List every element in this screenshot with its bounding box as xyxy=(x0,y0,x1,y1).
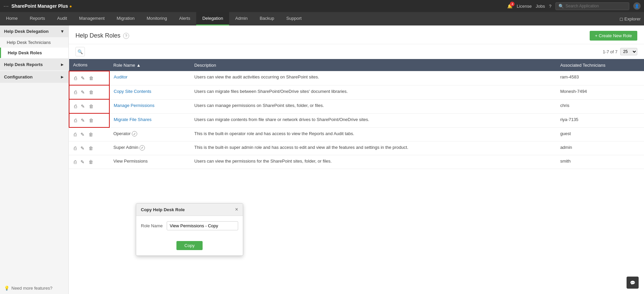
app-logo: SharePoint Manager Plus ● xyxy=(11,3,72,9)
nav-backup[interactable]: Backup xyxy=(254,12,280,25)
role-name-link[interactable]: Manage Permissions xyxy=(114,103,154,108)
edit-icon[interactable]: ✎ xyxy=(80,117,86,124)
delete-icon[interactable]: 🗑 xyxy=(88,117,94,124)
navbar-right: ◻ Explorer xyxy=(620,12,644,25)
copy-icon[interactable]: ⎙ xyxy=(73,117,77,124)
per-page-select[interactable]: 25 50 100 xyxy=(620,48,637,55)
delete-icon[interactable]: 🗑 xyxy=(88,145,94,152)
check-icon: ✓ xyxy=(132,131,137,136)
description-cell: Users can migrate contents from file sha… xyxy=(190,113,556,127)
nav-delegation[interactable]: Delegation xyxy=(196,12,229,25)
layout: Help Desk Delegation ▼ Help Desk Technic… xyxy=(0,25,644,294)
topbar-right: 🔔 4 License Jobs ? 🔍 👤 xyxy=(507,2,641,10)
actions-cell: ⎙ ✎ 🗑 xyxy=(69,99,109,113)
delete-icon[interactable]: 🗑 xyxy=(88,75,94,81)
role-name-text: Super Admin xyxy=(113,145,140,150)
action-icons: ⎙ ✎ 🗑 xyxy=(73,103,105,110)
help-link[interactable]: ? xyxy=(549,4,551,9)
modal-header: Copy Help Desk Role × xyxy=(136,203,243,216)
nav-monitoring[interactable]: Monitoring xyxy=(141,12,173,25)
edit-icon[interactable]: ✎ xyxy=(80,145,85,152)
sidebar-section-title: Help Desk Delegation xyxy=(4,29,49,34)
role-name-link[interactable]: Migrate File Shares xyxy=(114,117,152,122)
delete-icon[interactable]: 🗑 xyxy=(88,131,94,138)
notification-bell[interactable]: 🔔 4 xyxy=(507,4,513,9)
copy-icon[interactable]: ⎙ xyxy=(73,159,77,165)
explorer-label: Explorer xyxy=(625,16,641,21)
technicians-cell: riya-7135 xyxy=(556,113,644,127)
copy-icon[interactable]: ⎙ xyxy=(73,75,77,81)
modal-copy-button[interactable]: Copy xyxy=(176,241,203,250)
search-icon: 🔍 xyxy=(558,4,564,9)
help-icon[interactable]: ? xyxy=(123,33,129,39)
delete-icon[interactable]: 🗑 xyxy=(88,103,94,110)
sidebar-section-configuration[interactable]: Configuration ► xyxy=(0,71,68,83)
nav-admin[interactable]: Admin xyxy=(229,12,254,25)
role-name-text: View Permissions xyxy=(113,159,148,164)
copy-icon[interactable]: ⎙ xyxy=(73,131,77,138)
action-icons: ⎙ ✎ 🗑 xyxy=(73,89,105,96)
role-name-cell: Auditor xyxy=(109,71,190,85)
copy-icon[interactable]: ⎙ xyxy=(73,103,77,110)
table-row: ⎙ ✎ 🗑 Operator ✓ This is the built-in op… xyxy=(69,127,644,141)
edit-icon[interactable]: ✎ xyxy=(80,159,85,165)
description-cell: This is the built-in operator role and h… xyxy=(190,127,556,141)
nav-audit[interactable]: Audit xyxy=(51,12,73,25)
grid-icon[interactable]: ⋯ xyxy=(3,3,9,9)
sidebar-section-config-title: Configuration xyxy=(4,74,33,79)
sidebar-item-label: Help Desk Roles xyxy=(8,50,42,55)
jobs-link[interactable]: Jobs xyxy=(536,4,545,9)
technicians-cell: smith xyxy=(556,155,644,169)
table-header-row: Actions Role Name ▲ Description Associat… xyxy=(69,59,644,71)
copy-icon[interactable]: ⎙ xyxy=(73,145,77,152)
notification-badge: 4 xyxy=(510,2,515,6)
sidebar-item-roles[interactable]: Help Desk Roles xyxy=(0,48,68,58)
create-new-role-button[interactable]: + Create New Role xyxy=(590,31,637,41)
delete-icon[interactable]: 🗑 xyxy=(88,89,94,96)
sidebar-item-technicians[interactable]: Help Desk Technicians xyxy=(0,37,68,48)
sidebar-config-chevron-icon: ► xyxy=(60,74,64,79)
technicians-cell: guest xyxy=(556,127,644,141)
role-name-label: Role Name xyxy=(141,223,163,228)
technicians-cell: admin xyxy=(556,141,644,155)
table-search-button[interactable]: 🔍 xyxy=(75,47,85,56)
page-title: Help Desk Roles xyxy=(75,32,120,39)
nav-home[interactable]: Home xyxy=(0,12,24,25)
copy-icon[interactable]: ⎙ xyxy=(73,89,77,96)
edit-icon[interactable]: ✎ xyxy=(80,89,86,96)
modal-title: Copy Help Desk Role xyxy=(141,207,185,212)
sidebar-section-help-desk-delegation[interactable]: Help Desk Delegation ▼ xyxy=(0,25,68,37)
sidebar-section-reports[interactable]: Help Desk Reports ► xyxy=(0,59,68,70)
nav-alerts[interactable]: Alerts xyxy=(173,12,196,25)
chat-icon-button[interactable]: 💬 xyxy=(627,277,639,289)
action-icons: ⎙ ✎ 🗑 xyxy=(73,159,105,165)
table-toolbar: 🔍 1-7 of 7 25 50 100 xyxy=(69,44,644,59)
role-name-link[interactable]: Copy Site Contents xyxy=(114,89,151,94)
logo-accent: ● xyxy=(69,4,72,9)
sidebar-footer[interactable]: 💡 Need more features? xyxy=(0,282,68,294)
main-content: Help Desk Roles ? + Create New Role 🔍 1-… xyxy=(69,25,644,294)
nav-support[interactable]: Support xyxy=(280,12,308,25)
delete-icon[interactable]: 🗑 xyxy=(88,159,94,165)
nav-migration[interactable]: Migration xyxy=(111,12,141,25)
action-icons: ⎙ ✎ 🗑 xyxy=(73,117,105,124)
search-box[interactable]: 🔍 xyxy=(555,2,629,10)
search-input[interactable] xyxy=(566,4,626,8)
technicians-cell: ram-4583 xyxy=(556,71,644,85)
license-link[interactable]: License xyxy=(517,4,532,9)
edit-icon[interactable]: ✎ xyxy=(80,75,86,81)
role-name-link[interactable]: Auditor xyxy=(114,74,127,79)
edit-icon[interactable]: ✎ xyxy=(80,103,86,110)
nav-reports[interactable]: Reports xyxy=(24,12,51,25)
role-name-cell: Copy Site Contents xyxy=(109,85,190,99)
topbar: ⋯ SharePoint Manager Plus ● 🔔 4 License … xyxy=(0,0,644,12)
modal-close-button[interactable]: × xyxy=(235,207,238,212)
user-avatar[interactable]: 👤 xyxy=(633,2,641,10)
explorer-button[interactable]: ◻ Explorer xyxy=(620,16,641,21)
role-name-cell: Operator ✓ xyxy=(109,127,190,141)
edit-icon[interactable]: ✎ xyxy=(80,131,85,138)
modal-role-name-field: Role Name xyxy=(141,221,238,230)
role-name-input[interactable] xyxy=(167,221,238,230)
nav-management[interactable]: Management xyxy=(73,12,111,25)
description-cell: Users can view the permissions for the S… xyxy=(190,155,556,169)
